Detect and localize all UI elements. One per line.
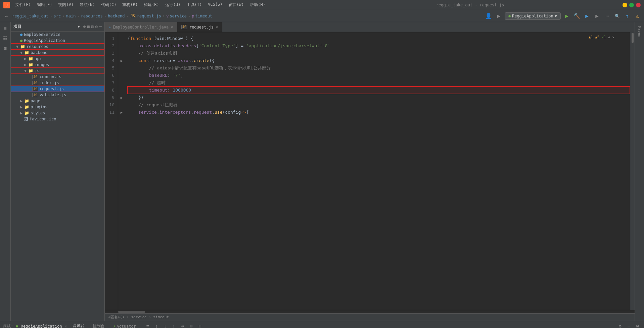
debug-expand-icon[interactable]: ⊡ (634, 323, 641, 328)
tree-node-js[interactable]: ▼ 📁 js (11, 68, 104, 74)
profile-button[interactable]: ▶ (593, 12, 601, 20)
tree-icon-collapse[interactable]: ⊟ (91, 24, 94, 29)
build-button[interactable]: 🔨 (573, 12, 581, 20)
tree-icon-settings[interactable]: ⚙ (95, 24, 98, 29)
tree-node-images[interactable]: ▶ 📁 images (11, 62, 104, 68)
back-icon[interactable]: ← (3, 12, 11, 20)
minimize-button[interactable] (623, 3, 627, 7)
debug-minimize-icon[interactable]: ─ (625, 323, 633, 328)
run-button[interactable]: ▶ (563, 12, 571, 20)
code-line-2: axios.defaults.headers['Content-Type'] =… (128, 42, 630, 50)
tab-request-js[interactable]: JS request.js ✕ (177, 22, 222, 32)
breadcrumb: reggie_take_out › src › main › resources… (12, 14, 483, 18)
nav-up-icon[interactable]: ∧ (608, 35, 610, 39)
breadcrumb-requestjs[interactable]: request.js (137, 14, 161, 18)
tab-employee-controller[interactable]: ☕ EmployeeController.java ✕ (105, 22, 177, 32)
debug-tab-actuator[interactable]: ⚡ Actuator (110, 323, 139, 328)
search-button[interactable]: 🔍 (613, 12, 621, 20)
menu-view[interactable]: 视图(V) (55, 1, 76, 8)
debug-app-close[interactable]: ✕ (65, 324, 67, 328)
run-config-selector[interactable]: ● ReggieApplication ▼ (505, 12, 561, 20)
menu-tools[interactable]: 工具(T) (184, 1, 205, 8)
code-editor[interactable]: 1 2 3 4 5 6 7 8 9 10 11 ▶ (105, 32, 635, 310)
debug-scroll-down-icon[interactable]: ↓ (162, 323, 169, 328)
coverage-button[interactable]: ▶ (583, 12, 591, 20)
debug-tab-output[interactable]: 控制台 (90, 323, 107, 328)
breadcrumb-src[interactable]: src (54, 14, 61, 18)
debug-grid-icon[interactable]: ⊞ (188, 323, 195, 328)
menu-build[interactable]: 构建(B) (141, 1, 162, 8)
sidebar-icon-3[interactable]: ⊟ (1, 44, 10, 53)
menu-navigate[interactable]: 导航(N) (77, 1, 98, 8)
tree-node-indexjs[interactable]: JS index.js (11, 80, 104, 86)
breadcrumb-service[interactable]: service (170, 14, 187, 18)
debug-scroll-up-icon[interactable]: ↑ (153, 323, 160, 328)
tree-node-plugins[interactable]: ▶ 📁 plugins (11, 104, 104, 110)
left-sidebar-icons: ≡ ☷ ⊟ (0, 22, 11, 321)
maven-icon[interactable]: Maven (636, 23, 643, 40)
menu-run[interactable]: 运行(U) (163, 1, 183, 8)
code-line-10: // request拦截器 (128, 101, 630, 109)
breadcrumb-backend[interactable]: backend (108, 14, 125, 18)
tree-node-requestjs[interactable]: JS request.js (11, 86, 104, 92)
menu-help[interactable]: 帮助(H) (247, 1, 268, 8)
menu-edit[interactable]: 编辑(E) (34, 1, 55, 8)
notification-button[interactable]: ⚠ (633, 12, 641, 20)
tab-close-1[interactable]: ✕ (216, 25, 218, 29)
code-content[interactable]: (function (win : Window ) { axios.defaul… (125, 32, 630, 310)
warning-badge-5: ▲5 (595, 35, 599, 39)
menu-bar: 文件(F) 编辑(E) 视图(V) 导航(N) 代码(C) 重构(R) 构建(B… (13, 1, 318, 8)
debug-app-name[interactable]: ReggieApplication (21, 324, 62, 328)
debug-pause-icon[interactable]: ↑ (170, 323, 178, 328)
h-scrollbar[interactable] (105, 310, 635, 313)
tree-node-commonjs[interactable]: JS common.js (11, 74, 104, 80)
breadcrumb-resources[interactable]: resources (81, 14, 103, 18)
run-config-arrow: ▼ (555, 14, 557, 18)
editor-scrollbar[interactable] (630, 32, 635, 310)
more-run-button[interactable]: ⋯ (603, 12, 611, 20)
tree-node-validatejs[interactable]: JS validate.js (11, 92, 104, 98)
window-controls (623, 3, 641, 7)
nav-down-icon[interactable]: ∨ (612, 35, 614, 39)
tree-node-resources[interactable]: ▼ 📁 resources (11, 44, 104, 50)
breadcrumb-anon: <匿名>() › service › timeout (108, 315, 169, 320)
debug-tab-console[interactable]: 调试台 (70, 322, 87, 328)
tree-icon-expand[interactable]: ⊞ (87, 24, 90, 29)
tab-close-0[interactable]: ✕ (171, 25, 173, 29)
breadcrumb-main[interactable]: main (66, 14, 76, 18)
tree-icon-minimize[interactable]: ─ (99, 24, 102, 29)
maximize-button[interactable] (629, 3, 634, 7)
tree-node-api[interactable]: ▶ 📁 api (11, 56, 104, 62)
h-scrollbar-thumb[interactable] (118, 311, 145, 313)
menu-vcs[interactable]: VCS(S) (205, 1, 225, 8)
tree-node-reggieapp[interactable]: ● ReggieApplication (11, 38, 104, 44)
debug-settings-icon[interactable]: ⚙ (616, 323, 624, 328)
debug-label: 调试: (3, 323, 13, 328)
tree-node-backend[interactable]: ▼ 📁 backend (11, 50, 104, 56)
update-button[interactable]: ↑ (623, 12, 631, 20)
sidebar-icon-1[interactable]: ≡ (1, 23, 10, 33)
menu-file[interactable]: 文件(F) (13, 1, 34, 8)
menu-refactor[interactable]: 重构(R) (120, 1, 140, 8)
tree-node-page[interactable]: ▶ 📁 page (11, 98, 104, 104)
tree-node-favicon[interactable]: 🖼 favicon.ico (11, 116, 104, 122)
debug-filter-icon[interactable]: ≡ (144, 323, 151, 328)
menu-window[interactable]: 窗口(W) (226, 1, 247, 8)
warning-badge-1: ▲1 (589, 35, 593, 39)
breadcrumb-project[interactable]: reggie_take_out (12, 14, 48, 18)
profile-run-icon[interactable]: ▶ (495, 12, 503, 20)
tree-node-styles[interactable]: ▶ 📁 styles (11, 110, 104, 116)
close-button[interactable] (636, 3, 641, 7)
breadcrumb-timeout[interactable]: timeout (195, 14, 213, 18)
user-icon[interactable]: 👤 (485, 12, 493, 20)
timeout-icon: p (192, 14, 194, 18)
tree-icon-add[interactable]: ⊕ (83, 24, 86, 29)
menu-code[interactable]: 代码(C) (98, 1, 119, 8)
sidebar-icon-2[interactable]: ☷ (1, 34, 10, 43)
debug-settings-icon2[interactable]: ⊘ (179, 323, 186, 328)
editor-breadcrumb: <匿名>() › service › timeout (105, 313, 635, 321)
tree-node-employeeservice[interactable]: ● EmployeeService (11, 32, 104, 38)
line-numbers: 1 2 3 4 5 6 7 8 9 10 11 (105, 32, 118, 310)
debug-split-icon[interactable]: ⊟ (196, 323, 204, 328)
debug-app-icon: ● (16, 324, 18, 328)
